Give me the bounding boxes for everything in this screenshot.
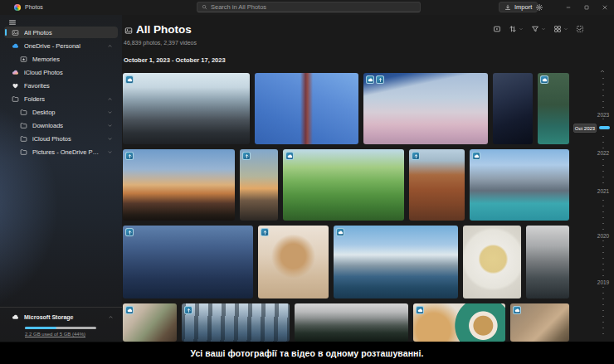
chevron-down-icon bbox=[541, 27, 546, 32]
photo-swing-ride[interactable] bbox=[255, 73, 358, 144]
sidebar-item-label: Downloads bbox=[32, 122, 63, 129]
sort-button[interactable] bbox=[509, 25, 524, 33]
photo-puppy[interactable] bbox=[258, 226, 329, 298]
sidebar-item-label: OneDrive - Personal bbox=[24, 42, 80, 50]
photo-sunset-trees[interactable] bbox=[123, 149, 235, 221]
sidebar-item-label: iCloud Photos bbox=[24, 69, 63, 76]
close-button[interactable] bbox=[596, 0, 614, 15]
timeline-scrubber[interactable]: Oct 2023 20232022202120202019 bbox=[569, 15, 614, 342]
library-count-subtitle: 46,839 photos, 2,397 videos bbox=[124, 40, 197, 46]
search-input[interactable] bbox=[211, 3, 416, 11]
photo-night-sky[interactable] bbox=[493, 73, 533, 144]
cloud-badges bbox=[412, 152, 420, 160]
sidebar-item-folder-downloads[interactable]: Downloads bbox=[4, 119, 118, 131]
timeline-tick bbox=[602, 84, 604, 85]
sidebar-item-folder-icloud-photos[interactable]: iCloud Photos bbox=[4, 133, 118, 144]
date-range-header: October 1, 2023 - October 17, 2023 bbox=[124, 56, 226, 64]
view-button[interactable] bbox=[553, 25, 568, 33]
photo-dirt-road[interactable] bbox=[409, 149, 465, 221]
timeline-tick bbox=[602, 240, 604, 241]
storage-section: Microsoft Storage 2.2 GB used of 5 GB (4… bbox=[0, 307, 122, 342]
photo-forest-lake[interactable] bbox=[538, 73, 569, 144]
timeline-tick bbox=[602, 177, 604, 177]
storage-progress-bar bbox=[25, 327, 96, 329]
search-box[interactable] bbox=[197, 2, 421, 12]
timeline-up-icon[interactable] bbox=[599, 68, 606, 75]
timeline-tick bbox=[602, 322, 604, 323]
photo-grid-row bbox=[123, 149, 569, 221]
photo-harbor-sails[interactable] bbox=[123, 226, 253, 298]
filter-button[interactable] bbox=[531, 25, 546, 33]
view-icon bbox=[553, 25, 562, 33]
timeline-position-indicator[interactable] bbox=[599, 126, 610, 129]
slideshow-button[interactable] bbox=[493, 25, 501, 33]
cloud-badges bbox=[125, 228, 134, 236]
photos-app-window: Photos Import All PhotosOneDrive - Perso… bbox=[0, 0, 614, 364]
import-icon bbox=[504, 4, 511, 11]
sidebar: All PhotosOneDrive - PersonalMemoriesiCl… bbox=[0, 15, 122, 342]
onedrive-cloud-icon bbox=[12, 42, 19, 50]
photo-bw-waves[interactable] bbox=[295, 303, 408, 342]
sidebar-item-label: Pictures - OneDrive Personal bbox=[32, 148, 102, 156]
storage-label: Microsoft Storage bbox=[24, 314, 74, 320]
photo-airplane-wing[interactable] bbox=[363, 73, 488, 144]
cloud-badges bbox=[125, 152, 134, 160]
photo-green-meadow[interactable] bbox=[283, 149, 404, 221]
sidebar-item-label: iCloud Photos bbox=[32, 135, 71, 143]
timeline-tick bbox=[602, 258, 604, 259]
sidebar-item-favorites[interactable]: Favorites bbox=[4, 80, 118, 91]
timeline-tick bbox=[602, 229, 604, 230]
timeline-tick bbox=[602, 90, 604, 90]
timeline-tick bbox=[602, 293, 604, 294]
cloud-badges bbox=[125, 306, 134, 314]
sidebar-item-memories[interactable]: Memories bbox=[4, 53, 118, 65]
timeline-year-label: 2022 bbox=[592, 150, 614, 156]
badge-icloud-icon bbox=[242, 152, 251, 160]
timeline-tick bbox=[602, 217, 604, 218]
sidebar-item-label: Memories bbox=[32, 56, 60, 63]
badge-icloud-icon bbox=[125, 152, 134, 160]
sidebar-item-folder-pictures-onedrive[interactable]: Pictures - OneDrive Personal bbox=[4, 146, 118, 158]
badge-onedrive-icon bbox=[336, 228, 344, 236]
sidebar-item-onedrive-personal[interactable]: OneDrive - Personal bbox=[4, 40, 118, 51]
photo-cafe-plants[interactable] bbox=[123, 303, 177, 342]
photo-foggy-forest[interactable] bbox=[182, 303, 290, 342]
timeline-tick bbox=[602, 275, 604, 276]
photo-storm-sea[interactable] bbox=[526, 226, 569, 298]
badge-icloud-icon bbox=[125, 228, 134, 236]
badge-onedrive-icon bbox=[125, 306, 134, 314]
timeline-tick bbox=[602, 182, 604, 183]
settings-gear-icon[interactable] bbox=[535, 3, 543, 12]
sidebar-item-icloud-photos[interactable]: iCloud Photos bbox=[4, 66, 118, 78]
cloud-badges bbox=[285, 152, 294, 160]
navigation-menu-icon[interactable] bbox=[8, 18, 17, 27]
photo-pizza-coffee[interactable] bbox=[413, 303, 505, 342]
sidebar-item-folder-desktop[interactable]: Desktop bbox=[4, 106, 118, 118]
timeline-year-label: 2020 bbox=[592, 233, 614, 239]
chevron-down-icon bbox=[107, 136, 113, 142]
photo-street-dog[interactable] bbox=[510, 303, 569, 342]
sidebar-item-all-photos[interactable]: All Photos bbox=[4, 27, 118, 38]
cloud-badges bbox=[336, 228, 344, 236]
timeline-tick bbox=[602, 310, 604, 311]
badge-onedrive-icon bbox=[540, 75, 548, 84]
maximize-button[interactable] bbox=[577, 0, 596, 15]
photo-city-skyline[interactable] bbox=[123, 73, 250, 144]
timeline-tick bbox=[602, 101, 604, 102]
timeline-year-label: 2021 bbox=[592, 188, 614, 194]
timeline-year-label: 2023 bbox=[592, 112, 614, 118]
photo-mountain-lake[interactable] bbox=[470, 149, 569, 221]
photo-sunset-river[interactable] bbox=[240, 149, 278, 221]
photo-pasta-dish[interactable] bbox=[463, 226, 521, 298]
storage-usage-link[interactable]: 2.2 GB used of 5 GB (44%) bbox=[25, 332, 85, 337]
badge-icloud-icon bbox=[412, 152, 420, 160]
sidebar-item-folders[interactable]: Folders bbox=[4, 93, 118, 104]
timeline-tick bbox=[602, 316, 604, 317]
cloud-badges bbox=[472, 152, 480, 160]
minimize-button[interactable] bbox=[559, 0, 577, 15]
photo-lake-hills[interactable] bbox=[334, 226, 458, 298]
chevron-up-icon[interactable] bbox=[108, 314, 114, 320]
timeline-tick bbox=[602, 333, 604, 334]
timeline-tick bbox=[602, 119, 604, 119]
import-button[interactable]: Import bbox=[499, 2, 538, 12]
